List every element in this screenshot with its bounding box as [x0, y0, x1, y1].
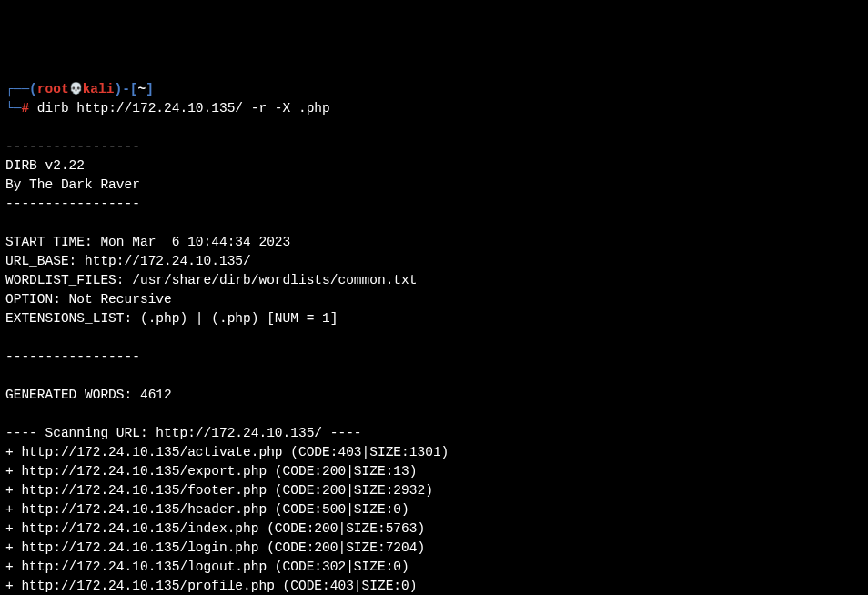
info-url-base: URL_BASE: http://172.24.10.135/ — [5, 254, 251, 268]
command-input[interactable]: dirb http://172.24.10.135/ -r -X .php — [37, 101, 330, 116]
prompt-bracket-close: ] — [146, 82, 154, 96]
prompt-corner-bl: └─ — [5, 101, 21, 116]
info-extensions: EXTENSIONS_LIST: (.php) | (.php) [NUM = … — [5, 311, 338, 326]
prompt-line-2: └─# dirb http://172.24.10.135/ -r -X .ph… — [5, 101, 330, 116]
banner-sep2: ----------------- — [5, 197, 140, 211]
prompt-host: kali — [83, 82, 115, 96]
generated-words: GENERATED WORDS: 4612 — [5, 388, 172, 402]
result-row: + http://172.24.10.135/export.php (CODE:… — [5, 464, 417, 479]
result-row: + http://172.24.10.135/login.php (CODE:2… — [5, 540, 425, 555]
result-row: + http://172.24.10.135/footer.php (CODE:… — [5, 483, 433, 498]
skull-icon: 💀 — [69, 84, 83, 95]
banner-sep1: ----------------- — [5, 139, 140, 154]
info-option: OPTION: Not Recursive — [5, 292, 172, 307]
result-row: + http://172.24.10.135/logout.php (CODE:… — [5, 560, 409, 574]
banner-line1: DIRB v2.22 — [5, 158, 116, 173]
prompt-line-1: ┌──(root💀kali)-[~] — [5, 82, 154, 96]
prompt-path: ~ — [138, 82, 146, 96]
prompt-user: root — [37, 82, 69, 96]
result-row: + http://172.24.10.135/activate.php (COD… — [5, 445, 449, 459]
result-row: + http://172.24.10.135/index.php (CODE:2… — [5, 521, 425, 536]
info-wordlist: WORDLIST_FILES: /usr/share/dirb/wordlist… — [5, 273, 417, 287]
result-row: + http://172.24.10.135/header.php (CODE:… — [5, 502, 409, 517]
prompt-hash: # — [21, 101, 29, 116]
banner-line2: By The Dark Raver — [5, 177, 140, 192]
info-start-time: START_TIME: Mon Mar 6 10:44:34 2023 — [5, 235, 290, 249]
result-row: + http://172.24.10.135/profile.php (CODE… — [5, 579, 417, 593]
prompt-corner-tr: )-[ — [114, 82, 137, 96]
separator: ----------------- — [5, 349, 140, 364]
scan-header: ---- Scanning URL: http://172.24.10.135/… — [5, 426, 362, 440]
prompt-corner-tl: ┌──( — [5, 82, 37, 96]
